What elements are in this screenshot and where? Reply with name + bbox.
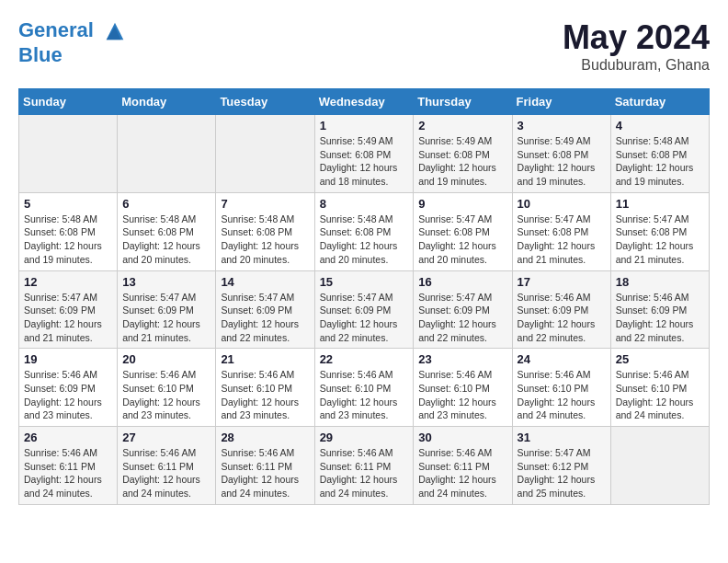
day-number: 13 [122,275,210,289]
page-header: General Blue May 2024 Buduburam, Ghana [18,18,710,74]
calendar-cell: 27Sunrise: 5:46 AM Sunset: 6:11 PM Dayli… [118,427,216,505]
day-info: Sunrise: 5:48 AM Sunset: 6:08 PM Dayligh… [221,213,309,267]
day-number: 12 [24,275,112,289]
day-info: Sunrise: 5:49 AM Sunset: 6:08 PM Dayligh… [320,134,409,189]
day-number: 24 [518,352,606,366]
calendar-cell: 25Sunrise: 5:46 AM Sunset: 6:10 PM Dayli… [610,349,709,427]
day-info: Sunrise: 5:46 AM Sunset: 6:11 PM Dayligh… [221,446,309,500]
calendar-week-row: 26Sunrise: 5:46 AM Sunset: 6:11 PM Dayli… [19,427,710,505]
calendar-cell: 19Sunrise: 5:46 AM Sunset: 6:09 PM Dayli… [19,349,118,427]
weekday-header: Wednesday [314,89,414,115]
weekday-header-row: SundayMondayTuesdayWednesdayThursdayFrid… [19,89,710,115]
logo-text: General [18,18,128,44]
calendar-cell: 7Sunrise: 5:48 AM Sunset: 6:08 PM Daylig… [216,192,314,270]
day-number: 23 [418,352,506,366]
calendar-cell [610,427,709,505]
day-number: 27 [122,431,210,444]
weekday-header: Tuesday [216,89,314,115]
day-info: Sunrise: 5:47 AM Sunset: 6:09 PM Dayligh… [122,291,210,345]
weekday-header: Sunday [19,89,118,115]
calendar-cell: 8Sunrise: 5:48 AM Sunset: 6:08 PM Daylig… [314,192,414,270]
day-number: 7 [221,197,309,211]
day-number: 6 [122,197,210,211]
day-number: 28 [221,431,309,444]
day-info: Sunrise: 5:47 AM Sunset: 6:08 PM Dayligh… [616,213,704,267]
calendar-cell: 31Sunrise: 5:47 AM Sunset: 6:12 PM Dayli… [512,427,610,505]
day-number: 2 [418,119,506,132]
location: Buduburam, Ghana [563,57,710,74]
day-info: Sunrise: 5:46 AM Sunset: 6:10 PM Dayligh… [418,368,506,422]
day-number: 21 [221,352,309,366]
day-number: 8 [320,197,409,211]
day-number: 31 [518,431,606,444]
calendar-week-row: 19Sunrise: 5:46 AM Sunset: 6:09 PM Dayli… [19,349,710,427]
calendar-cell: 23Sunrise: 5:46 AM Sunset: 6:10 PM Dayli… [414,349,512,427]
day-number: 9 [418,197,506,211]
calendar-cell [216,115,314,193]
logo-subtext: Blue [18,44,128,66]
month-year: May 2024 [563,18,710,57]
day-info: Sunrise: 5:46 AM Sunset: 6:10 PM Dayligh… [320,368,409,422]
day-info: Sunrise: 5:47 AM Sunset: 6:08 PM Dayligh… [518,213,606,267]
day-info: Sunrise: 5:47 AM Sunset: 6:08 PM Dayligh… [418,213,506,267]
calendar-cell: 21Sunrise: 5:46 AM Sunset: 6:10 PM Dayli… [216,349,314,427]
day-number: 4 [616,119,704,132]
day-info: Sunrise: 5:46 AM Sunset: 6:11 PM Dayligh… [418,446,506,500]
weekday-header: Thursday [414,89,512,115]
day-info: Sunrise: 5:48 AM Sunset: 6:08 PM Dayligh… [24,213,112,267]
calendar-week-row: 12Sunrise: 5:47 AM Sunset: 6:09 PM Dayli… [19,270,710,349]
day-number: 15 [320,275,409,289]
day-number: 22 [320,352,409,366]
calendar-cell: 16Sunrise: 5:47 AM Sunset: 6:09 PM Dayli… [414,270,512,349]
day-number: 17 [518,275,606,289]
calendar-cell: 18Sunrise: 5:46 AM Sunset: 6:09 PM Dayli… [610,270,709,349]
calendar-cell: 13Sunrise: 5:47 AM Sunset: 6:09 PM Dayli… [118,270,216,349]
calendar-cell: 22Sunrise: 5:46 AM Sunset: 6:10 PM Dayli… [314,349,414,427]
calendar-cell: 6Sunrise: 5:48 AM Sunset: 6:08 PM Daylig… [118,192,216,270]
calendar-cell: 26Sunrise: 5:46 AM Sunset: 6:11 PM Dayli… [19,427,118,505]
day-number: 14 [221,275,309,289]
day-info: Sunrise: 5:48 AM Sunset: 6:08 PM Dayligh… [122,213,210,267]
day-number: 20 [122,352,210,366]
day-info: Sunrise: 5:47 AM Sunset: 6:09 PM Dayligh… [418,291,506,345]
day-number: 16 [418,275,506,289]
day-number: 29 [320,431,409,444]
day-info: Sunrise: 5:49 AM Sunset: 6:08 PM Dayligh… [518,134,606,189]
day-info: Sunrise: 5:46 AM Sunset: 6:11 PM Dayligh… [122,446,210,500]
calendar-cell [19,115,118,193]
calendar-week-row: 5Sunrise: 5:48 AM Sunset: 6:08 PM Daylig… [19,192,710,270]
day-info: Sunrise: 5:46 AM Sunset: 6:10 PM Dayligh… [122,368,210,422]
calendar-cell: 12Sunrise: 5:47 AM Sunset: 6:09 PM Dayli… [19,270,118,349]
calendar-cell: 2Sunrise: 5:49 AM Sunset: 6:08 PM Daylig… [414,115,512,193]
day-info: Sunrise: 5:49 AM Sunset: 6:08 PM Dayligh… [418,134,506,189]
calendar-cell: 24Sunrise: 5:46 AM Sunset: 6:10 PM Dayli… [512,349,610,427]
calendar-week-row: 1Sunrise: 5:49 AM Sunset: 6:08 PM Daylig… [19,115,710,193]
calendar-cell: 17Sunrise: 5:46 AM Sunset: 6:09 PM Dayli… [512,270,610,349]
weekday-header: Saturday [610,89,709,115]
calendar-cell: 4Sunrise: 5:48 AM Sunset: 6:08 PM Daylig… [610,115,709,193]
calendar-cell: 14Sunrise: 5:47 AM Sunset: 6:09 PM Dayli… [216,270,314,349]
day-number: 1 [320,119,409,132]
calendar-cell: 30Sunrise: 5:46 AM Sunset: 6:11 PM Dayli… [414,427,512,505]
day-info: Sunrise: 5:46 AM Sunset: 6:10 PM Dayligh… [221,368,309,422]
day-number: 11 [616,197,704,211]
day-number: 3 [518,119,606,132]
calendar-cell: 5Sunrise: 5:48 AM Sunset: 6:08 PM Daylig… [19,192,118,270]
day-number: 18 [616,275,704,289]
calendar-cell: 3Sunrise: 5:49 AM Sunset: 6:08 PM Daylig… [512,115,610,193]
day-number: 10 [518,197,606,211]
calendar-cell [118,115,216,193]
day-number: 25 [616,352,704,366]
calendar-cell: 11Sunrise: 5:47 AM Sunset: 6:08 PM Dayli… [610,192,709,270]
calendar-cell: 1Sunrise: 5:49 AM Sunset: 6:08 PM Daylig… [314,115,414,193]
title-block: May 2024 Buduburam, Ghana [563,18,710,74]
day-info: Sunrise: 5:47 AM Sunset: 6:12 PM Dayligh… [518,446,606,500]
calendar-cell: 9Sunrise: 5:47 AM Sunset: 6:08 PM Daylig… [414,192,512,270]
day-info: Sunrise: 5:46 AM Sunset: 6:10 PM Dayligh… [518,368,606,422]
day-info: Sunrise: 5:46 AM Sunset: 6:10 PM Dayligh… [616,368,704,422]
calendar-cell: 20Sunrise: 5:46 AM Sunset: 6:10 PM Dayli… [118,349,216,427]
day-number: 30 [418,431,506,444]
day-info: Sunrise: 5:48 AM Sunset: 6:08 PM Dayligh… [616,134,704,189]
day-info: Sunrise: 5:46 AM Sunset: 6:11 PM Dayligh… [24,446,112,500]
day-info: Sunrise: 5:46 AM Sunset: 6:09 PM Dayligh… [24,368,112,422]
